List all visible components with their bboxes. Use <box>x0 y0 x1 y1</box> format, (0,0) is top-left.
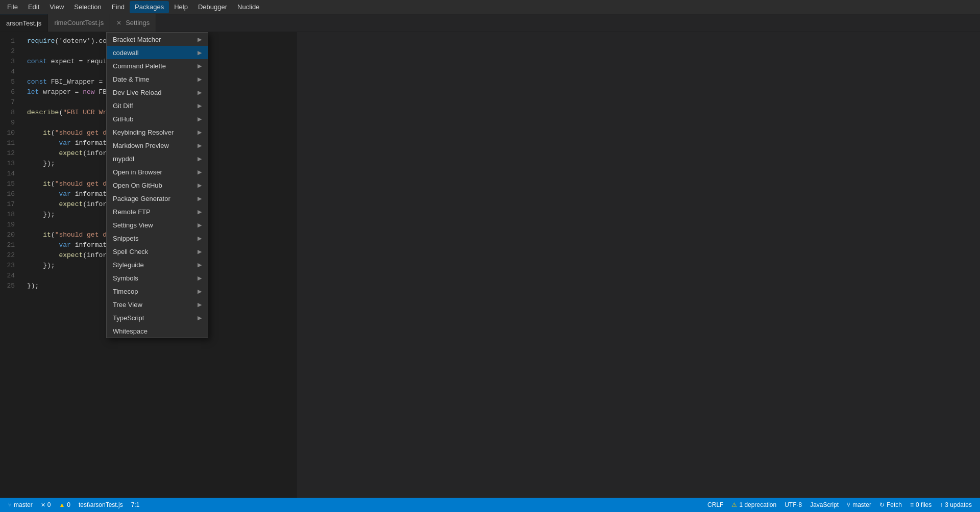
git-branch-label: master <box>852 501 871 508</box>
chevron-right-icon: ▶ <box>198 288 202 295</box>
updates-icon: ↑ <box>940 501 943 508</box>
chevron-right-icon: ▶ <box>198 195 202 202</box>
menu-packages[interactable]: Packages <box>130 1 169 13</box>
line-numbers: 1234 5678 9101112 13141516 17181920 2122… <box>0 32 23 498</box>
git-branch-icon: ⑂ <box>847 501 850 508</box>
packages-snippets[interactable]: Snippets ▶ <box>107 232 208 245</box>
git-icon: ⑂ <box>8 501 12 508</box>
file-path-status[interactable]: test\arsonTest.js <box>75 498 127 512</box>
language-status[interactable]: JavaScript <box>806 498 843 512</box>
packages-date-time[interactable]: Date & Time ▶ <box>107 72 208 86</box>
menu-selection[interactable]: Selection <box>69 1 106 13</box>
status-bar-left: ⑂ master ✕ 0 ▲ 0 test\arsonTest.js 7:1 <box>4 498 703 512</box>
tab-arson-label: arsonTest.js <box>6 19 41 27</box>
updates-label: 3 updates <box>945 501 972 508</box>
updates-status[interactable]: ↑ 3 updates <box>936 498 976 512</box>
file-path-label: test\arsonTest.js <box>79 501 123 508</box>
warning-status[interactable]: ▲ 0 <box>55 498 75 512</box>
chevron-right-icon: ▶ <box>198 89 202 96</box>
close-icon[interactable]: ✕ <box>116 19 121 27</box>
chevron-right-icon: ▶ <box>198 182 202 189</box>
chevron-right-icon: ▶ <box>198 116 202 122</box>
encoding-label: UTF-8 <box>785 501 802 508</box>
chevron-right-icon: ▶ <box>198 315 202 321</box>
chevron-right-icon: ▶ <box>198 49 202 56</box>
packages-spell-check[interactable]: Spell Check ▶ <box>107 245 208 258</box>
menu-view[interactable]: View <box>44 1 69 13</box>
menu-find[interactable]: Find <box>107 1 130 13</box>
cursor-pos-label: 7:1 <box>131 501 140 508</box>
chevron-right-icon: ▶ <box>198 262 202 268</box>
git-branch-status[interactable]: ⑂ master <box>4 498 37 512</box>
packages-settings-view[interactable]: Settings View ▶ <box>107 218 208 232</box>
cursor-position[interactable]: 7:1 <box>127 498 144 512</box>
menu-help[interactable]: Help <box>169 1 193 13</box>
chevron-right-icon: ▶ <box>198 142 202 149</box>
packages-dev-live-reload[interactable]: Dev Live Reload ▶ <box>107 86 208 99</box>
packages-typescript[interactable]: TypeScript ▶ <box>107 311 208 324</box>
fetch-icon: ↻ <box>879 501 885 508</box>
packages-dropdown: Bracket Matcher ▶ codewall ▶ Command Pal… <box>106 32 208 338</box>
packages-timecop[interactable]: Timecop ▶ <box>107 285 208 298</box>
menu-bar: File Edit View Selection Find Packages H… <box>0 0 980 14</box>
encoding-status[interactable]: UTF-8 <box>780 498 806 512</box>
chevron-right-icon: ▶ <box>198 222 202 228</box>
tab-settings[interactable]: ✕ Settings <box>110 14 156 32</box>
warning-icon: ▲ <box>59 501 65 508</box>
packages-remote-ftp[interactable]: Remote FTP ▶ <box>107 205 208 218</box>
menu-nuclide[interactable]: Nuclide <box>232 1 264 13</box>
error-count: 0 <box>47 501 51 508</box>
branch-name: master <box>14 501 33 508</box>
error-icon: ✕ <box>41 502 45 508</box>
language-label: JavaScript <box>810 501 839 508</box>
file-count-status[interactable]: ≡ 0 files <box>906 498 936 512</box>
file-count-label: 0 files <box>916 501 932 508</box>
chevron-right-icon: ▶ <box>198 275 202 281</box>
main-area: 1234 5678 9101112 13141516 17181920 2122… <box>0 32 980 498</box>
git-branch-right[interactable]: ⑂ master <box>843 498 875 512</box>
deprecation-warning-icon: ⚠ <box>731 501 737 508</box>
fetch-label: Fetch <box>887 501 902 508</box>
packages-tree-view[interactable]: Tree View ▶ <box>107 298 208 311</box>
fetch-status[interactable]: ↻ Fetch <box>875 498 906 512</box>
tab-arson[interactable]: arsonTest.js <box>0 14 48 32</box>
packages-markdown-preview[interactable]: Markdown Preview ▶ <box>107 139 208 152</box>
chevron-right-icon: ▶ <box>198 103 202 109</box>
menu-debugger[interactable]: Debugger <box>193 1 232 13</box>
chevron-right-icon: ▶ <box>198 248 202 255</box>
chevron-right-icon: ▶ <box>198 63 202 69</box>
packages-whitespace[interactable]: Whitespace <box>107 324 208 338</box>
line-ending-status[interactable]: CRLF <box>703 498 727 512</box>
packages-open-in-browser[interactable]: Open in Browser ▶ <box>107 165 208 178</box>
menu-edit[interactable]: Edit <box>23 1 44 13</box>
packages-symbols[interactable]: Symbols ▶ <box>107 271 208 285</box>
packages-mypddl[interactable]: mypddl ▶ <box>107 152 208 165</box>
right-panel <box>296 32 980 498</box>
chevron-right-icon: ▶ <box>198 209 202 215</box>
packages-command-palette[interactable]: Command Palette ▶ <box>107 59 208 72</box>
packages-styleguide[interactable]: Styleguide ▶ <box>107 258 208 271</box>
chevron-right-icon: ▶ <box>198 169 202 175</box>
chevron-right-icon: ▶ <box>198 36 202 43</box>
packages-keybinding-resolver[interactable]: Keybinding Resolver ▶ <box>107 125 208 139</box>
error-status[interactable]: ✕ 0 <box>37 498 55 512</box>
tab-bar: arsonTest.js rimeCountTest.js ✕ Settings <box>0 14 980 32</box>
chevron-right-icon: ▶ <box>198 129 202 136</box>
chevron-right-icon: ▶ <box>198 156 202 162</box>
editor-area: 1234 5678 9101112 13141516 17181920 2122… <box>0 32 296 498</box>
packages-bracket-matcher[interactable]: Bracket Matcher ▶ <box>107 33 208 46</box>
packages-github[interactable]: GitHub ▶ <box>107 112 208 125</box>
tab-time[interactable]: rimeCountTest.js <box>48 14 110 32</box>
status-bar: ⑂ master ✕ 0 ▲ 0 test\arsonTest.js 7:1 C… <box>0 498 980 512</box>
tab-time-label: rimeCountTest.js <box>54 19 104 27</box>
packages-open-on-github[interactable]: Open On GitHub ▶ <box>107 178 208 192</box>
deprecation-label: 1 deprecation <box>739 501 776 508</box>
menu-file[interactable]: File <box>2 1 23 13</box>
tab-settings-label: Settings <box>126 19 150 27</box>
packages-package-generator[interactable]: Package Generator ▶ <box>107 192 208 205</box>
packages-codewall[interactable]: codewall ▶ <box>107 46 208 59</box>
chevron-right-icon: ▶ <box>198 235 202 242</box>
packages-git-diff[interactable]: Git Diff ▶ <box>107 99 208 112</box>
warning-count: 0 <box>67 501 70 508</box>
deprecation-status[interactable]: ⚠ 1 deprecation <box>727 498 780 512</box>
